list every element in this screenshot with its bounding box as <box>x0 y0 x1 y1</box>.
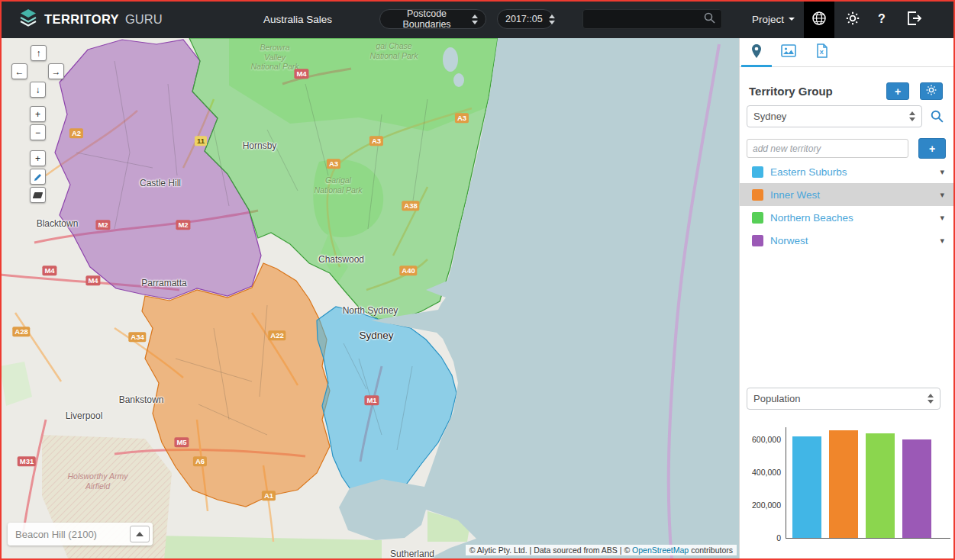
logout-button[interactable] <box>898 0 931 38</box>
territory-color-swatch <box>752 235 763 246</box>
territory-group-select[interactable]: Sydney <box>747 105 922 127</box>
search-input[interactable] <box>589 14 704 25</box>
bar-northern-beaches <box>866 433 895 538</box>
add-group-button[interactable]: + <box>886 82 909 100</box>
zoom-out-button[interactable]: − <box>30 124 46 140</box>
zoom-in-button[interactable]: + <box>30 106 46 122</box>
territory-color-swatch <box>752 189 763 201</box>
draw-tool-button[interactable] <box>30 169 46 185</box>
population-chart: 600,000400,000200,0000 <box>740 416 955 549</box>
settings-button[interactable] <box>837 0 868 38</box>
y-axis-tick-label: 600,000 <box>740 435 781 444</box>
image-icon <box>781 44 796 60</box>
road-badge: A3 <box>455 113 469 123</box>
brand: TERRITORY GURU <box>18 0 163 38</box>
stepper-icon <box>472 14 478 24</box>
chevron-down-icon[interactable]: ▾ <box>940 167 944 177</box>
road-badge: M2 <box>176 220 190 230</box>
territory-group-select-value: Sydney <box>753 111 786 122</box>
project-menu[interactable]: Project <box>752 0 795 38</box>
pan-left-button[interactable]: ← <box>11 63 27 79</box>
chevron-down-icon[interactable]: ▾ <box>940 213 944 223</box>
territory-label: Norwest <box>770 235 940 246</box>
territory-row-northern-beaches[interactable]: Northern Beaches▾ <box>740 206 955 229</box>
park-label: Garigal National Park <box>314 175 363 195</box>
place-label: Sutherland <box>390 549 434 559</box>
chart-x-axis <box>786 538 950 539</box>
metric-select[interactable]: Population <box>747 388 940 410</box>
globe-icon <box>811 11 827 28</box>
chevron-up-icon <box>136 532 144 536</box>
road-badge: A2 <box>69 128 83 138</box>
territory-group-heading: Territory Group <box>749 82 833 98</box>
search-icon[interactable] <box>704 12 715 27</box>
workspace-name: Australia Sales <box>263 0 332 38</box>
territory-color-swatch <box>752 212 763 224</box>
map-pin-icon <box>750 43 763 62</box>
bar-eastern-suburbs <box>792 436 821 538</box>
pan-down-button[interactable]: ↓ <box>30 82 46 98</box>
place-label: North Sydney <box>343 305 398 316</box>
period-selector-value: 2017::05 <box>505 14 543 24</box>
brand-secondary: GURU <box>125 12 163 27</box>
chart-y-axis <box>786 427 786 539</box>
boundary-selector[interactable]: Postcode Boundaries <box>379 9 486 29</box>
brand-primary: TERRITORY <box>44 12 119 27</box>
navbar-search <box>582 9 722 29</box>
park-label: Berowra Valley National Park <box>250 43 299 72</box>
selected-feature-box: Beacon Hill (2100) <box>8 523 153 546</box>
metric-select-value: Population <box>753 393 800 404</box>
place-label: Blacktown <box>37 218 79 229</box>
chevron-down-icon[interactable]: ▾ <box>940 190 944 200</box>
road-badge: A6 <box>193 456 207 466</box>
new-territory-input[interactable] <box>747 139 908 158</box>
globe-button[interactable] <box>804 0 834 38</box>
attribution-text: © Alytic Pty. Ltd. | Data sourced from A… <box>469 546 632 555</box>
help-button[interactable]: ? <box>870 0 894 38</box>
territory-label: Inner West <box>770 189 940 201</box>
navbar: TERRITORY GURU Australia Sales Postcode … <box>0 0 955 38</box>
search-group-icon[interactable] <box>931 110 944 126</box>
erase-tool-button[interactable] <box>30 187 46 203</box>
area-label: Holsworthy Army Airfield <box>64 471 131 491</box>
osm-link[interactable]: OpenStreetMap <box>632 546 689 555</box>
y-axis-tick-label: 0 <box>740 533 781 542</box>
group-settings-button[interactable] <box>920 82 943 100</box>
selected-feature-label: Beacon Hill (2100) <box>15 529 130 540</box>
road-badge: M31 <box>18 456 36 466</box>
map-attribution: © Alytic Pty. Ltd. | Data sourced from A… <box>466 545 737 555</box>
tab-image[interactable] <box>773 38 804 66</box>
territory-label: Northern Beaches <box>770 212 940 224</box>
tab-map[interactable] <box>741 38 772 66</box>
collapse-button[interactable] <box>130 526 150 542</box>
place-label: Castle Hill <box>140 178 181 188</box>
pan-up-button[interactable]: ↑ <box>31 45 47 61</box>
add-territory-button[interactable]: + <box>918 138 946 159</box>
help-icon: ? <box>878 12 886 26</box>
map-canvas[interactable]: HornsbyCastle HillBlacktownChatswoodParr… <box>0 38 739 560</box>
tab-export[interactable]: X <box>807 38 837 66</box>
territory-label: Eastern Suburbs <box>770 166 940 178</box>
road-badge: M4 <box>85 275 100 285</box>
stepper-icon <box>549 14 555 24</box>
place-label: Parramatta <box>141 278 186 288</box>
road-badge: A28 <box>12 327 30 336</box>
stepper-icon <box>928 394 934 404</box>
period-selector[interactable]: 2017::05 <box>497 9 553 29</box>
road-badge: A34 <box>128 332 146 342</box>
territory-row-eastern-suburbs[interactable]: Eastern Suburbs▾ <box>740 160 955 183</box>
add-shape-button[interactable]: + <box>30 150 46 166</box>
territory-row-norwest[interactable]: Norwest▾ <box>740 229 955 252</box>
road-badge: A22 <box>268 330 286 340</box>
stepper-icon <box>909 111 915 121</box>
sidebar: X Territory Group + Sydney + Eastern Sub… <box>739 38 955 560</box>
bar-norwest <box>902 439 931 538</box>
gear-icon <box>846 11 860 27</box>
territory-row-inner-west[interactable]: Inner West▾ <box>740 183 955 206</box>
pan-right-button[interactable]: → <box>48 63 64 79</box>
chevron-down-icon <box>789 18 795 21</box>
road-badge: A38 <box>402 201 419 211</box>
bar-inner-west <box>829 430 858 538</box>
road-badge: 11 <box>195 136 207 146</box>
chevron-down-icon[interactable]: ▾ <box>940 236 944 246</box>
